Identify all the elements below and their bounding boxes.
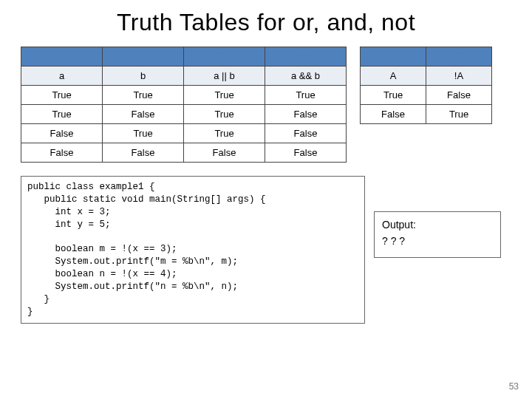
table-row: False True xyxy=(361,105,492,124)
col-A: A xyxy=(361,66,426,86)
cell: True xyxy=(103,86,184,105)
page-number: 53 xyxy=(509,381,519,392)
table-row: False False False False xyxy=(21,143,347,163)
page-title: Truth Tables for or, and, not xyxy=(0,9,532,36)
code-line: } xyxy=(27,307,33,317)
cell: True xyxy=(184,105,265,124)
cell: True xyxy=(21,86,103,105)
cell: True xyxy=(426,105,492,124)
tables-row: OR AND a b a || b a && b True True True … xyxy=(0,47,532,163)
cell: False xyxy=(361,105,426,124)
code-line: int y = 5; xyxy=(27,219,111,230)
table-row: False True True False xyxy=(21,124,347,143)
cell: False xyxy=(21,143,103,163)
hdr-blank-1 xyxy=(21,47,103,66)
cell: False xyxy=(184,143,265,163)
code-line: } xyxy=(27,294,50,304)
hdr-blank-2 xyxy=(103,47,184,66)
code-line: boolean n = !(x == 4); xyxy=(27,269,177,279)
cell: False xyxy=(21,124,103,143)
cell: True xyxy=(21,105,103,124)
code-line: System.out.printf("m = %b\n", m); xyxy=(27,256,238,267)
col-and: a && b xyxy=(265,66,347,86)
cell: True xyxy=(361,86,426,105)
truth-table-or-and: OR AND a b a || b a && b True True True … xyxy=(21,47,347,163)
col-notA: !A xyxy=(426,66,492,86)
output-value: ? ? ? xyxy=(382,233,493,249)
hdr-and: AND xyxy=(265,47,347,66)
cell: False xyxy=(265,143,347,163)
code-line: public class example1 { xyxy=(27,182,155,192)
hdr-or: OR xyxy=(184,47,265,66)
cell: False xyxy=(426,86,492,105)
cell: True xyxy=(103,124,184,143)
cell: False xyxy=(103,143,184,163)
code-sample: public class example1 { public static vo… xyxy=(21,176,365,324)
cell: True xyxy=(184,124,265,143)
code-line: System.out.printf("n = %b\n", n); xyxy=(27,282,238,292)
cell: True xyxy=(265,86,347,105)
truth-table-not: NOT A !A True False False True xyxy=(360,47,492,124)
col-a: a xyxy=(21,66,103,86)
hdr-blank-not xyxy=(361,47,426,66)
cell: False xyxy=(265,105,347,124)
cell: False xyxy=(265,124,347,143)
output-box: Output: ? ? ? xyxy=(374,211,501,258)
col-or: a || b xyxy=(184,66,265,86)
hdr-not: NOT xyxy=(426,47,492,66)
code-line: public static void main(String[] args) { xyxy=(27,194,266,205)
code-line: int x = 3; xyxy=(27,207,111,217)
col-b: b xyxy=(103,66,184,86)
cell: False xyxy=(103,105,184,124)
table-row: True False xyxy=(361,86,492,105)
table-row: True True True True xyxy=(21,86,347,105)
cell: True xyxy=(184,86,265,105)
code-line: boolean m = !(x == 3); xyxy=(27,244,177,254)
output-label: Output: xyxy=(382,216,493,233)
table-row: True False True False xyxy=(21,105,347,124)
